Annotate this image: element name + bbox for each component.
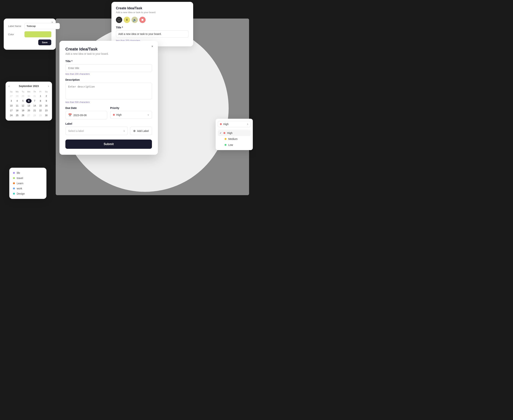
calendar-icon: 📅 xyxy=(68,113,72,117)
cal-day[interactable]: 16 xyxy=(44,104,49,108)
cal-day[interactable]: 29 xyxy=(38,113,43,118)
cal-day[interactable]: 22 xyxy=(38,108,43,113)
cal-day[interactable]: 20 xyxy=(26,108,31,113)
priority-header-value: High xyxy=(223,123,229,126)
wc-headphones[interactable]: 🎧 xyxy=(116,17,122,23)
cal-day[interactable]: 30 xyxy=(44,113,49,118)
calendar-next-button[interactable]: › xyxy=(48,85,49,88)
cal-day[interactable]: 28 xyxy=(14,94,20,98)
cal-day[interactable]: 27 xyxy=(8,94,14,98)
wc-sound[interactable]: 🔊 xyxy=(132,17,138,23)
travel-dot xyxy=(13,177,15,179)
wc-stop[interactable]: ⏹ xyxy=(139,17,146,23)
priority-option-high[interactable]: ✓ High xyxy=(218,130,250,136)
add-label-text: Add Label xyxy=(137,129,149,132)
top-title-input[interactable] xyxy=(116,30,189,38)
save-button[interactable]: Save xyxy=(38,39,51,45)
calendar-header: ‹ September 2023 › xyxy=(8,85,49,88)
cal-day[interactable]: 14 xyxy=(32,104,37,108)
cal-day[interactable]: 28 xyxy=(32,113,37,118)
label-field-label: Label xyxy=(65,122,152,125)
dow-fr: Fr xyxy=(38,90,43,93)
title-input[interactable] xyxy=(65,64,152,72)
cal-day[interactable]: 24 xyxy=(8,113,14,118)
life-label: life xyxy=(17,172,20,174)
priority-dropdown-header[interactable]: High ∧ xyxy=(218,121,250,127)
cal-day[interactable]: 26 xyxy=(20,113,26,118)
cal-day[interactable]: 21 xyxy=(32,108,37,113)
list-item: Learn xyxy=(13,182,43,185)
cal-day[interactable]: 23 xyxy=(44,108,49,113)
label-name-input[interactable] xyxy=(24,23,60,29)
calendar-prev-button[interactable]: ‹ xyxy=(8,85,9,88)
work-label: work xyxy=(17,187,22,190)
date-value: 2023-09-06 xyxy=(73,114,87,117)
label-select[interactable]: Select a label ∨ xyxy=(65,127,128,135)
cal-day[interactable]: 10 xyxy=(8,104,14,108)
label-row: Select a label ∨ ⊕ Add Label xyxy=(65,127,152,135)
label-editor-modal: × Label Name Color Save xyxy=(4,19,56,50)
priority-option-medium[interactable]: Medium xyxy=(218,136,250,142)
main-create-modal: × Create Idea/Task Add a new idea or tas… xyxy=(59,41,158,155)
cal-day[interactable]: 13 xyxy=(26,104,31,108)
priority-left: High xyxy=(113,113,122,116)
due-date-label: Due Date xyxy=(65,106,107,109)
add-label-button[interactable]: ⊕ Add Label xyxy=(130,127,152,135)
window-controls: 🎧 ⏸ 🔊 ⏹ xyxy=(116,17,189,23)
title-label: Title * xyxy=(65,60,152,63)
cal-day[interactable]: 4 xyxy=(14,99,20,103)
list-item: travel xyxy=(13,177,43,180)
cal-day[interactable]: 25 xyxy=(14,113,20,118)
priority-header-dot xyxy=(220,123,222,125)
priority-field: Priority High ∨ xyxy=(110,106,152,119)
cal-day[interactable]: 2 xyxy=(44,94,49,98)
label-placeholder: Select a label xyxy=(68,129,84,132)
add-label-icon: ⊕ xyxy=(133,129,136,133)
color-row: Color xyxy=(8,31,51,37)
description-input[interactable] xyxy=(65,83,152,99)
cal-day[interactable]: 29 xyxy=(20,94,26,98)
cal-day[interactable]: 11 xyxy=(14,104,20,108)
cal-day[interactable]: 27 xyxy=(26,113,31,118)
label-editor-close-button[interactable]: × xyxy=(51,21,53,24)
cal-day[interactable]: 15 xyxy=(38,104,43,108)
calendar-widget: ‹ September 2023 › Su Mo Tu We Th Fr Sa … xyxy=(6,82,52,120)
cal-day[interactable]: 18 xyxy=(14,108,20,113)
submit-button[interactable]: Submit xyxy=(65,140,152,149)
cal-day[interactable]: 30 xyxy=(26,94,31,98)
high-dot xyxy=(224,132,225,134)
date-picker[interactable]: 📅 2023-09-06 xyxy=(65,111,107,119)
description-group: Description less than 500 characters xyxy=(65,78,152,104)
cal-day[interactable]: 9 xyxy=(44,99,49,103)
due-date-field: Due Date 📅 2023-09-06 xyxy=(65,106,107,119)
cal-day[interactable]: 19 xyxy=(20,108,26,113)
chevron-up-icon: ∧ xyxy=(247,123,249,125)
cal-day[interactable]: 1 xyxy=(38,94,43,98)
cal-day[interactable]: 8 xyxy=(38,99,43,103)
wc-pause[interactable]: ⏸ xyxy=(124,17,130,23)
main-modal-close-button[interactable]: × xyxy=(150,44,155,49)
design-label: Design xyxy=(17,192,25,195)
cal-day[interactable]: 12 xyxy=(20,104,26,108)
calendar-grid: Su Mo Tu We Th Fr Sa 27 28 29 30 31 1 2 … xyxy=(8,90,49,118)
high-label: High xyxy=(227,132,233,135)
cal-day[interactable]: 5 xyxy=(20,99,26,103)
date-priority-row: Due Date 📅 2023-09-06 Priority High ∨ xyxy=(65,106,152,119)
cal-day[interactable]: 17 xyxy=(8,108,14,113)
medium-dot xyxy=(225,138,226,140)
cal-day[interactable]: 31 xyxy=(32,94,37,98)
cal-day[interactable]: 3 xyxy=(8,99,14,103)
color-swatch[interactable] xyxy=(24,31,51,37)
cal-day[interactable]: 7 xyxy=(32,99,37,103)
chevron-down-icon: ∨ xyxy=(148,113,149,116)
dow-th: Th xyxy=(32,90,37,93)
description-hint: less than 500 characters xyxy=(65,101,152,104)
learn-label: Learn xyxy=(17,182,23,185)
main-modal-title: Create Idea/Task xyxy=(65,47,152,52)
dow-tu: Tu xyxy=(20,90,26,93)
cal-day-selected[interactable]: 6 xyxy=(26,99,31,103)
low-label: Low xyxy=(228,143,233,146)
priority-select[interactable]: High ∨ xyxy=(110,111,152,119)
main-modal-subtitle: Add a new idea or task to your board. xyxy=(65,52,152,55)
priority-option-low[interactable]: Low xyxy=(218,142,250,148)
